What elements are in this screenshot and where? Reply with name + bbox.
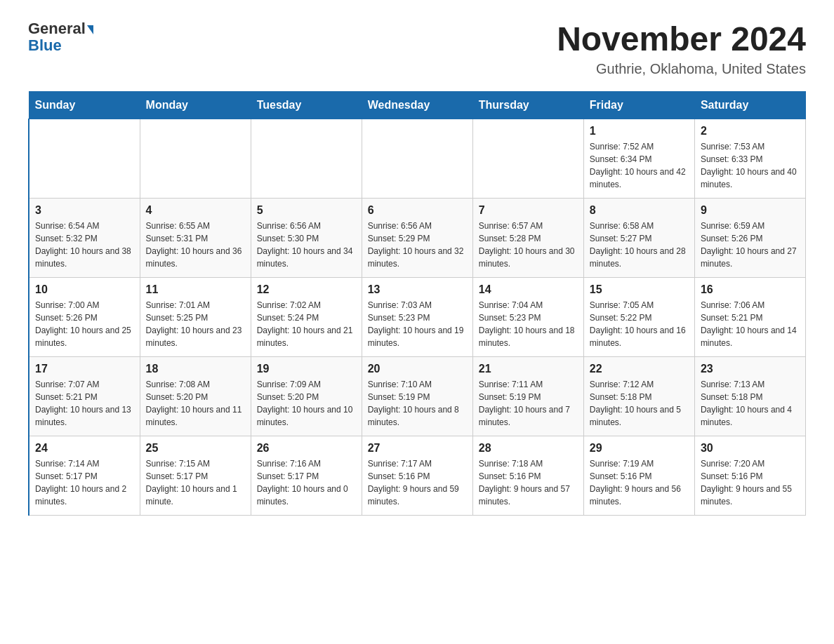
day-number: 10 [35,283,134,296]
day-number: 1 [590,125,689,137]
day-number: 22 [590,363,689,375]
day-number: 20 [368,363,467,375]
day-cell: 18Sunrise: 7:08 AMSunset: 5:20 PMDayligh… [140,356,251,436]
day-number: 23 [701,363,800,375]
day-cell: 20Sunrise: 7:10 AMSunset: 5:19 PMDayligh… [362,356,472,436]
day-cell: 27Sunrise: 7:17 AMSunset: 5:16 PMDayligh… [362,436,472,515]
day-info: Sunrise: 6:58 AMSunset: 5:27 PMDaylight:… [590,220,689,270]
day-number: 19 [257,363,356,375]
day-info: Sunrise: 7:11 AMSunset: 5:19 PMDaylight:… [479,378,578,429]
day-cell: 25Sunrise: 7:15 AMSunset: 5:17 PMDayligh… [140,436,251,515]
day-info: Sunrise: 7:09 AMSunset: 5:20 PMDaylight:… [257,378,356,429]
day-info: Sunrise: 6:57 AMSunset: 5:28 PMDaylight:… [479,220,578,270]
calendar-table: SundayMondayTuesdayWednesdayThursdayFrid… [28,91,806,516]
day-number: 29 [590,442,689,455]
day-info: Sunrise: 6:54 AMSunset: 5:32 PMDaylight:… [35,220,134,270]
day-cell: 14Sunrise: 7:04 AMSunset: 5:23 PMDayligh… [472,277,583,356]
week-row-5: 24Sunrise: 7:14 AMSunset: 5:17 PMDayligh… [29,436,806,515]
day-info: Sunrise: 7:17 AMSunset: 5:16 PMDaylight:… [368,457,467,508]
header-sunday: Sunday [29,91,140,119]
day-cell: 2Sunrise: 7:53 AMSunset: 6:33 PMDaylight… [694,119,805,198]
day-cell: 5Sunrise: 6:56 AMSunset: 5:30 PMDaylight… [251,198,362,277]
day-cell: 3Sunrise: 6:54 AMSunset: 5:32 PMDaylight… [29,198,140,277]
day-cell: 8Sunrise: 6:58 AMSunset: 5:27 PMDaylight… [583,198,694,277]
header-saturday: Saturday [694,91,805,119]
day-cell: 30Sunrise: 7:20 AMSunset: 5:16 PMDayligh… [694,436,805,515]
title-block: November 2024 Guthrie, Oklahoma, United … [557,21,806,77]
day-info: Sunrise: 6:55 AMSunset: 5:31 PMDaylight:… [146,220,245,270]
day-cell: 1Sunrise: 7:52 AMSunset: 6:34 PMDaylight… [583,119,694,198]
day-number: 28 [479,442,578,455]
day-info: Sunrise: 7:53 AMSunset: 6:33 PMDaylight:… [701,140,800,191]
day-info: Sunrise: 7:12 AMSunset: 5:18 PMDaylight:… [590,378,689,429]
day-info: Sunrise: 7:07 AMSunset: 5:21 PMDaylight:… [35,378,134,429]
day-cell: 28Sunrise: 7:18 AMSunset: 5:16 PMDayligh… [472,436,583,515]
day-cell [472,119,583,198]
logo: General Blue [28,21,93,53]
day-info: Sunrise: 7:02 AMSunset: 5:24 PMDaylight:… [257,299,356,349]
day-number: 6 [368,204,467,217]
day-info: Sunrise: 7:08 AMSunset: 5:20 PMDaylight:… [146,378,245,429]
header-tuesday: Tuesday [251,91,362,119]
day-cell: 15Sunrise: 7:05 AMSunset: 5:22 PMDayligh… [583,277,694,356]
day-number: 7 [479,204,578,217]
day-cell: 17Sunrise: 7:07 AMSunset: 5:21 PMDayligh… [29,356,140,436]
day-number: 13 [368,283,467,296]
day-cell: 7Sunrise: 6:57 AMSunset: 5:28 PMDaylight… [472,198,583,277]
day-number: 15 [590,283,689,296]
calendar-title: November 2024 [557,21,806,58]
day-cell [362,119,472,198]
day-cell: 29Sunrise: 7:19 AMSunset: 5:16 PMDayligh… [583,436,694,515]
day-info: Sunrise: 7:19 AMSunset: 5:16 PMDaylight:… [590,457,689,508]
calendar-header-row: SundayMondayTuesdayWednesdayThursdayFrid… [29,91,806,119]
day-cell: 21Sunrise: 7:11 AMSunset: 5:19 PMDayligh… [472,356,583,436]
day-info: Sunrise: 7:20 AMSunset: 5:16 PMDaylight:… [701,457,800,508]
logo-triangle [87,25,93,34]
day-info: Sunrise: 7:04 AMSunset: 5:23 PMDaylight:… [479,299,578,349]
header-wednesday: Wednesday [362,91,472,119]
page-header: General Blue November 2024 Guthrie, Okla… [28,21,806,77]
day-cell: 23Sunrise: 7:13 AMSunset: 5:18 PMDayligh… [694,356,805,436]
week-row-4: 17Sunrise: 7:07 AMSunset: 5:21 PMDayligh… [29,356,806,436]
day-info: Sunrise: 7:06 AMSunset: 5:21 PMDaylight:… [701,299,800,349]
day-number: 14 [479,283,578,296]
day-number: 5 [257,204,356,217]
calendar-subtitle: Guthrie, Oklahoma, United States [557,61,806,77]
day-cell: 10Sunrise: 7:00 AMSunset: 5:26 PMDayligh… [29,277,140,356]
day-cell: 13Sunrise: 7:03 AMSunset: 5:23 PMDayligh… [362,277,472,356]
day-info: Sunrise: 7:18 AMSunset: 5:16 PMDaylight:… [479,457,578,508]
day-number: 30 [701,442,800,455]
day-cell: 16Sunrise: 7:06 AMSunset: 5:21 PMDayligh… [694,277,805,356]
day-number: 2 [701,125,800,137]
day-cell: 4Sunrise: 6:55 AMSunset: 5:31 PMDaylight… [140,198,251,277]
week-row-2: 3Sunrise: 6:54 AMSunset: 5:32 PMDaylight… [29,198,806,277]
day-info: Sunrise: 7:52 AMSunset: 6:34 PMDaylight:… [590,140,689,191]
day-info: Sunrise: 7:03 AMSunset: 5:23 PMDaylight:… [368,299,467,349]
day-info: Sunrise: 7:16 AMSunset: 5:17 PMDaylight:… [257,457,356,508]
day-number: 17 [35,363,134,375]
day-info: Sunrise: 7:01 AMSunset: 5:25 PMDaylight:… [146,299,245,349]
day-info: Sunrise: 7:14 AMSunset: 5:17 PMDaylight:… [35,457,134,508]
day-number: 18 [146,363,245,375]
header-monday: Monday [140,91,251,119]
day-info: Sunrise: 7:10 AMSunset: 5:19 PMDaylight:… [368,378,467,429]
day-info: Sunrise: 6:59 AMSunset: 5:26 PMDaylight:… [701,220,800,270]
day-cell: 22Sunrise: 7:12 AMSunset: 5:18 PMDayligh… [583,356,694,436]
day-cell: 12Sunrise: 7:02 AMSunset: 5:24 PMDayligh… [251,277,362,356]
week-row-3: 10Sunrise: 7:00 AMSunset: 5:26 PMDayligh… [29,277,806,356]
day-info: Sunrise: 7:00 AMSunset: 5:26 PMDaylight:… [35,299,134,349]
day-number: 3 [35,204,134,217]
day-cell: 24Sunrise: 7:14 AMSunset: 5:17 PMDayligh… [29,436,140,515]
day-cell [140,119,251,198]
day-number: 12 [257,283,356,296]
day-number: 11 [146,283,245,296]
day-info: Sunrise: 7:13 AMSunset: 5:18 PMDaylight:… [701,378,800,429]
day-number: 24 [35,442,134,455]
logo-blue: Blue [28,38,62,53]
day-cell [251,119,362,198]
day-info: Sunrise: 6:56 AMSunset: 5:29 PMDaylight:… [368,220,467,270]
day-cell: 11Sunrise: 7:01 AMSunset: 5:25 PMDayligh… [140,277,251,356]
day-cell: 19Sunrise: 7:09 AMSunset: 5:20 PMDayligh… [251,356,362,436]
day-cell: 6Sunrise: 6:56 AMSunset: 5:29 PMDaylight… [362,198,472,277]
day-cell: 26Sunrise: 7:16 AMSunset: 5:17 PMDayligh… [251,436,362,515]
